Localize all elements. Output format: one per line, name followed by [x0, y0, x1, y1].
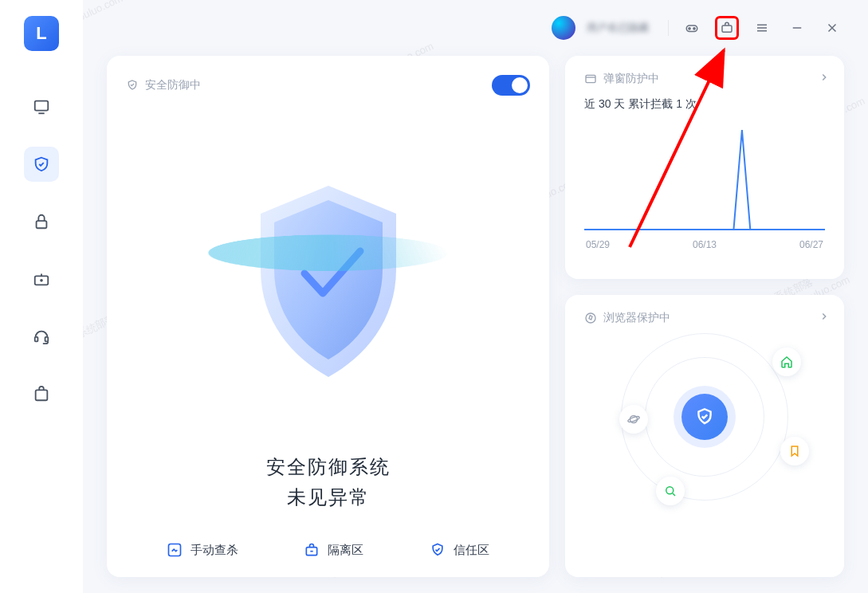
scan-icon [167, 542, 183, 558]
quarantine-label: 隔离区 [328, 543, 363, 558]
trust-zone-button[interactable]: 信任区 [430, 542, 489, 558]
browser-protection-card: 浏览器保护中 [565, 295, 844, 577]
svg-point-17 [627, 415, 640, 422]
status-line-2: 未见异常 [126, 485, 530, 510]
minimize-button[interactable] [785, 16, 809, 40]
sidebar-item-desktop[interactable] [24, 89, 59, 124]
trust-label: 信任区 [454, 543, 489, 558]
sidebar-item-support[interactable] [24, 319, 59, 354]
browser-card-expand[interactable] [819, 311, 830, 325]
svg-point-9 [693, 28, 695, 29]
sidebar-item-security[interactable] [24, 147, 59, 182]
toolbox-icon [720, 21, 734, 35]
sidebar: L [0, 0, 83, 593]
app-logo: L [24, 16, 59, 51]
home-icon [780, 355, 794, 369]
svg-point-3 [41, 280, 42, 281]
planet-icon [626, 412, 641, 426]
close-icon [825, 21, 839, 35]
popup-header-label: 弹窗防护中 [603, 72, 659, 86]
svg-rect-10 [722, 26, 732, 32]
sidebar-item-drive[interactable] [24, 261, 59, 296]
protection-card: 安全防御中 [107, 56, 549, 577]
svg-point-18 [666, 487, 674, 494]
shield-illustration [126, 96, 530, 467]
close-button[interactable] [820, 16, 844, 40]
drive-icon [33, 270, 50, 288]
chart-tick-0: 05/29 [586, 239, 610, 250]
svg-rect-5 [45, 337, 49, 342]
quarantine-button[interactable]: 隔离区 [304, 542, 363, 558]
svg-point-8 [689, 28, 690, 29]
compass-icon [584, 312, 597, 324]
chart-tick-2: 06/27 [799, 239, 823, 250]
lock-icon [33, 213, 50, 230]
sidebar-item-store[interactable] [24, 376, 59, 411]
shield-check-icon [126, 79, 139, 92]
svg-rect-6 [36, 390, 48, 400]
shield-check-icon [694, 406, 715, 427]
manual-scan-button[interactable]: 手动查杀 [167, 542, 238, 558]
bag-icon [33, 385, 50, 403]
orbit-center-shield [681, 394, 728, 440]
chevron-right-icon [819, 72, 830, 83]
toolbox-button[interactable] [715, 16, 739, 40]
popup-stats-text: 近 30 天 累计拦截 1 次 [584, 97, 825, 112]
protection-toggle[interactable] [492, 75, 530, 96]
chevron-right-icon [819, 311, 830, 322]
sidebar-item-lock[interactable] [24, 204, 59, 239]
titlebar: 用户名已隐藏 [107, 0, 844, 56]
popup-chart [584, 128, 825, 231]
popup-card-expand[interactable] [819, 72, 830, 86]
orbit-dot-planet [619, 405, 648, 434]
orbit-dot-search [656, 477, 685, 505]
menu-button[interactable] [750, 16, 774, 40]
gamepad-icon [685, 21, 699, 35]
search-icon [663, 484, 678, 498]
gamepad-button[interactable] [680, 16, 704, 40]
divider [668, 20, 669, 36]
headset-icon [33, 328, 50, 345]
svg-rect-1 [37, 221, 47, 228]
svg-point-15 [586, 313, 595, 323]
browser-header-label: 浏览器保护中 [603, 311, 670, 325]
orbit-dot-bookmark [780, 437, 809, 465]
svg-rect-13 [586, 75, 595, 82]
window-icon [584, 73, 597, 85]
browser-orbit-illustration [584, 333, 825, 501]
manual-scan-label: 手动查杀 [190, 543, 238, 558]
trust-icon [430, 542, 446, 558]
quarantine-icon [304, 542, 320, 558]
orbit-dot-home [772, 348, 801, 376]
avatar[interactable] [552, 16, 575, 40]
chart-tick-1: 06/13 [693, 239, 717, 250]
svg-rect-4 [35, 337, 38, 342]
shield-icon [33, 155, 50, 173]
minimize-icon [790, 21, 804, 35]
menu-icon [755, 21, 769, 35]
bookmark-icon [787, 444, 802, 458]
user-name: 用户名已隐藏 [587, 21, 649, 35]
protection-header-label: 安全防御中 [145, 78, 201, 92]
popup-protection-card: 弹窗防护中 近 30 天 累计拦截 1 次 05/29 06/ [565, 56, 844, 279]
svg-rect-0 [35, 101, 49, 111]
monitor-icon [33, 98, 50, 116]
